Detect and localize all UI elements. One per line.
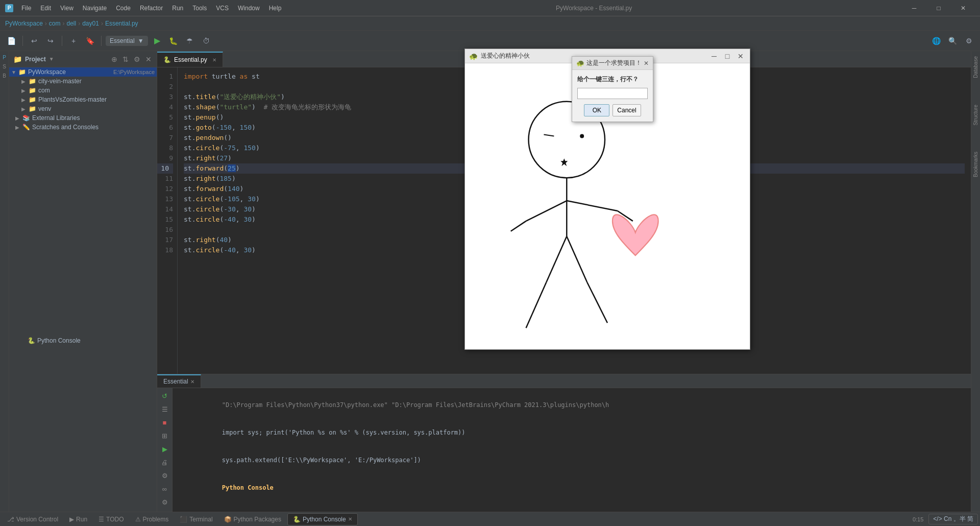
- bookmark-button[interactable]: 🔖: [83, 34, 97, 48]
- tree-item-city[interactable]: ▶ 📁 city-vein-master: [9, 77, 157, 86]
- gear-button[interactable]: ⚙: [159, 496, 170, 508]
- packages-label: Python Packages: [234, 516, 281, 523]
- project-dropdown-arrow[interactable]: ▼: [49, 56, 54, 62]
- menu-file[interactable]: File: [17, 4, 35, 13]
- toolbar: 📄 ↩ ↪ + 🔖 Essential ▼ ▶ 🐛 ☂ ⏱ 🌐 🔍 ⚙: [0, 31, 980, 51]
- cn-badge[interactable]: </> Cn 。半 简: [928, 514, 978, 524]
- console-tabs: Essential ✕: [157, 374, 971, 388]
- menu-code[interactable]: Code: [112, 4, 135, 13]
- structure-icon[interactable]: S: [1, 62, 9, 70]
- dialog-cancel-button[interactable]: Cancel: [612, 104, 641, 116]
- project-close-button[interactable]: ✕: [144, 54, 153, 64]
- todo-icon: ☰: [99, 516, 104, 523]
- python-console-close[interactable]: ✕: [348, 516, 352, 522]
- window-controls: ─ □ ✕: [902, 1, 975, 15]
- dialog-ok-button[interactable]: OK: [584, 104, 609, 116]
- bc-pyworkspace[interactable]: PyWorkspace: [5, 20, 43, 27]
- tab-icon: 🐍: [163, 56, 171, 63]
- turtle-maximize-button[interactable]: □: [722, 51, 732, 61]
- plus-button[interactable]: +: [159, 510, 170, 512]
- menu-edit[interactable]: Edit: [36, 4, 55, 13]
- editor-tab-essential[interactable]: 🐍 Essential.py ✕: [157, 52, 223, 67]
- bt-todo[interactable]: ☰ TODO: [93, 513, 129, 525]
- rerun-button[interactable]: ↺: [159, 390, 170, 401]
- maximize-button[interactable]: □: [927, 1, 950, 15]
- close-button[interactable]: ✕: [951, 1, 975, 15]
- dialog-body: 给个一键三连，行不？ OK Cancel: [572, 70, 653, 122]
- translate-button[interactable]: 🌐: [929, 34, 943, 48]
- bt-python-packages[interactable]: 📦 Python Packages: [219, 513, 286, 525]
- bt-run[interactable]: ▶ Run: [64, 513, 92, 525]
- search-button[interactable]: 🔍: [945, 34, 960, 48]
- align-button[interactable]: ☰: [159, 403, 170, 415]
- infinite-button[interactable]: ∞: [159, 483, 170, 494]
- tree-item-scratches[interactable]: ▶ ✏️ Scratches and Consoles: [9, 123, 157, 132]
- tree-item-external[interactable]: ▶ 📚 External Libraries: [9, 113, 157, 123]
- bookmark-icon[interactable]: B: [1, 71, 9, 80]
- menu-refactor[interactable]: Refactor: [136, 4, 167, 13]
- dialog-buttons: OK Cancel: [577, 104, 648, 116]
- dialog-close-button[interactable]: ✕: [644, 60, 649, 67]
- menu-navigate[interactable]: Navigate: [79, 4, 111, 13]
- python-console-tree-label: Python Console: [37, 337, 155, 344]
- console-tab-essential[interactable]: Essential ✕: [157, 374, 201, 388]
- console-tools: ↺ ☰ ■ ⊞ ▶ 🖨 ⚙ ∞ ⚙ + 🕐: [157, 388, 173, 512]
- menu-window[interactable]: Window: [234, 4, 264, 13]
- stop-button[interactable]: ■: [159, 417, 170, 428]
- settings-console-button[interactable]: ⚙: [159, 470, 170, 481]
- bc-dell[interactable]: dell: [66, 20, 76, 27]
- python-console-icon: 🐍: [293, 516, 301, 523]
- tree-item-com[interactable]: ▶ 📁 com: [9, 86, 157, 95]
- bookmarks-label[interactable]: Bookmarks: [972, 149, 979, 180]
- tree-item-plants[interactable]: ▶ 📁 PlantsVsZombies-master: [9, 95, 157, 104]
- project-settings-button[interactable]: ⚙: [133, 54, 141, 64]
- minimize-button[interactable]: ─: [902, 1, 926, 15]
- split-button[interactable]: ⊞: [159, 430, 170, 441]
- coverage-button[interactable]: ☂: [183, 34, 197, 48]
- svg-line-9: [546, 236, 567, 282]
- tree-root-path: E:\PyWorkspace: [113, 69, 155, 75]
- tab-close-icon[interactable]: ✕: [212, 57, 216, 63]
- dialog-icon: 🐢: [576, 59, 584, 67]
- structure-side-label[interactable]: Structure: [972, 102, 979, 129]
- console-main[interactable]: "D:\Program Files\Python\Python37\python…: [173, 388, 971, 512]
- dialog-input[interactable]: [577, 88, 648, 99]
- project-add-button[interactable]: ⊕: [110, 54, 118, 64]
- menu-bar: File Edit View Navigate Code Refactor Ru…: [17, 4, 285, 13]
- undo-button[interactable]: ↩: [27, 34, 41, 48]
- menu-tools[interactable]: Tools: [188, 4, 211, 13]
- menu-run[interactable]: Run: [168, 4, 187, 13]
- project-expand-button[interactable]: ⇅: [121, 54, 130, 64]
- menu-vcs[interactable]: VCS: [212, 4, 233, 13]
- settings-button[interactable]: ⚙: [962, 34, 976, 48]
- debug-button[interactable]: 🐛: [166, 34, 181, 48]
- tree-item-python-console[interactable]: 🐍 Python Console: [9, 336, 157, 345]
- bc-file[interactable]: Essential.py: [105, 20, 138, 27]
- bt-python-console[interactable]: 🐍 Python Console ✕: [287, 513, 358, 525]
- menu-view[interactable]: View: [56, 4, 78, 13]
- bt-version-control[interactable]: ⎇ Version Control: [2, 513, 63, 525]
- svg-line-5: [526, 201, 567, 221]
- database-label[interactable]: Database: [972, 53, 979, 81]
- bt-terminal[interactable]: ⬛ Terminal: [175, 513, 217, 525]
- run-console-button[interactable]: ▶: [159, 443, 170, 455]
- menu-help[interactable]: Help: [265, 4, 286, 13]
- new-file-button[interactable]: 📄: [4, 34, 18, 48]
- svg-line-6: [511, 221, 526, 231]
- run-button[interactable]: ▶: [150, 34, 164, 48]
- status-time: 0:15: [909, 516, 927, 522]
- bc-com[interactable]: com: [49, 20, 61, 27]
- profile-button[interactable]: ⏱: [199, 34, 213, 48]
- add-file-button[interactable]: +: [66, 34, 81, 48]
- redo-button[interactable]: ↪: [43, 34, 58, 48]
- run-config-selector[interactable]: Essential ▼: [106, 36, 148, 46]
- console-tab-close[interactable]: ✕: [190, 379, 194, 385]
- turtle-minimize-button[interactable]: ─: [709, 51, 719, 61]
- tree-item-venv[interactable]: ▶ 📁 venv: [9, 104, 157, 113]
- bt-problems[interactable]: ⚠ Problems: [130, 513, 174, 525]
- print-button[interactable]: 🖨: [159, 457, 170, 468]
- project-icon[interactable]: P: [1, 53, 9, 61]
- bc-day01[interactable]: day01: [82, 20, 99, 27]
- turtle-close-button[interactable]: ✕: [736, 51, 746, 61]
- tree-root[interactable]: ▼ 📁 PyWorkspace E:\PyWorkspace: [9, 67, 157, 77]
